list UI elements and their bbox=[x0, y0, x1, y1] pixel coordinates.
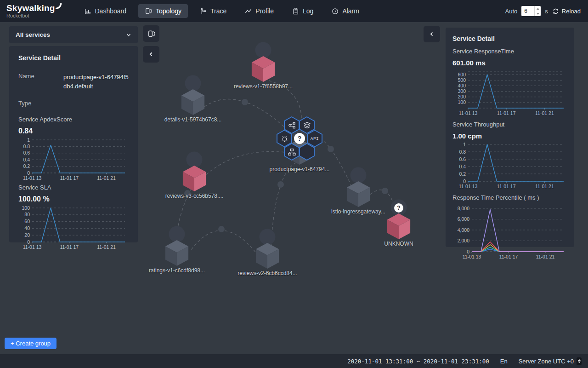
nav-item-alarm[interactable]: Alarm bbox=[325, 4, 366, 18]
name-row: Name productpage-v1-64794f5db4.default bbox=[18, 73, 129, 91]
svg-text:11-01 21: 11-01 21 bbox=[97, 244, 116, 250]
node-cube-icon bbox=[164, 239, 190, 267]
svg-text:1: 1 bbox=[27, 137, 30, 143]
node-cube-icon bbox=[180, 88, 206, 116]
svg-text:0.2: 0.2 bbox=[459, 171, 466, 177]
api-label: API bbox=[311, 136, 319, 141]
percentile-chart: 8,0006,0004,0002,000011-01 1311-01 1711-… bbox=[452, 205, 567, 260]
nav-item-topology[interactable]: Topology bbox=[138, 4, 188, 18]
svg-text:11-01 17: 11-01 17 bbox=[497, 184, 516, 189]
navbar-controls: Auto s Reload bbox=[505, 6, 581, 16]
node-cube-icon bbox=[386, 212, 412, 241]
topology-node-label: reviews-v3-cc56b578.... bbox=[158, 193, 231, 199]
collapse-left-panel-button[interactable] bbox=[143, 46, 159, 63]
svg-text:80: 80 bbox=[24, 212, 30, 217]
nav-label: Log bbox=[303, 7, 313, 15]
server-zone-label: Server Zone UTC +0 bbox=[519, 358, 574, 365]
topology-mode-button[interactable] bbox=[143, 25, 159, 42]
reload-label: Reload bbox=[562, 8, 581, 15]
svg-text:11-01 17: 11-01 17 bbox=[60, 175, 79, 181]
language-switcher[interactable]: En bbox=[500, 358, 508, 365]
svg-text:11-01 21: 11-01 21 bbox=[535, 110, 554, 116]
name-value: productpage-v1-64794f5db4.default bbox=[63, 73, 129, 91]
type-label: Type bbox=[18, 100, 63, 107]
percentile-label: Response Time Percentile ( ms ) bbox=[452, 194, 567, 201]
nav-label: Trace bbox=[210, 7, 226, 15]
chevron-left-icon bbox=[148, 52, 154, 57]
dashboard-icon bbox=[85, 8, 91, 15]
svg-text:1: 1 bbox=[463, 142, 466, 147]
svg-text:11-01 13: 11-01 13 bbox=[463, 254, 481, 259]
nav-item-dashboard[interactable]: Dashboard bbox=[78, 4, 133, 18]
apdex-chart: 10.80.60.40.2011-01 1311-01 1711-01 21 bbox=[18, 136, 129, 181]
reload-icon bbox=[552, 8, 559, 15]
services-dropdown[interactable]: All services bbox=[9, 26, 138, 43]
svg-text:0: 0 bbox=[27, 239, 30, 245]
svg-text:600: 600 bbox=[458, 72, 466, 77]
nav-label: Profile bbox=[255, 7, 274, 15]
response-time-label: Service ResponseTime bbox=[452, 48, 567, 55]
svg-text:8,000: 8,000 bbox=[458, 206, 469, 211]
svg-text:400: 400 bbox=[458, 83, 466, 88]
svg-text:4,000: 4,000 bbox=[458, 227, 469, 233]
logo-subtitle: Rocketbot bbox=[6, 13, 62, 18]
logo-text: Skywalking bbox=[6, 4, 55, 12]
sitemap-icon bbox=[288, 148, 296, 156]
svg-text:11-01 17: 11-01 17 bbox=[499, 254, 518, 259]
node-cube-icon bbox=[254, 242, 280, 270]
time-range-picker[interactable]: 2020-11-01 13:31:00 ~ 2020-11-01 23:31:0… bbox=[347, 358, 489, 365]
node-cube-icon bbox=[181, 164, 207, 193]
svg-text:0: 0 bbox=[463, 178, 466, 184]
svg-text:0.2: 0.2 bbox=[23, 163, 30, 169]
sla-label: Service SLA bbox=[18, 184, 129, 191]
svg-text:11-01 13: 11-01 13 bbox=[23, 244, 42, 250]
chevron-left-icon bbox=[429, 31, 435, 37]
topology-node-label: reviews-v1-7f6558b97... bbox=[226, 83, 300, 90]
interval-spinner[interactable] bbox=[534, 6, 541, 16]
response-time-value: 601.00 ms bbox=[452, 59, 567, 67]
topology-node-label: reviews-v2-6cb6ccd84... bbox=[231, 270, 304, 276]
panel-title: Service Detail bbox=[452, 35, 567, 42]
server-zone-spinner[interactable] bbox=[577, 357, 582, 365]
svg-text:100: 100 bbox=[22, 205, 30, 211]
nav-item-profile[interactable]: Profile bbox=[238, 4, 280, 18]
svg-text:0.4: 0.4 bbox=[23, 157, 30, 162]
throughput-chart: 10.80.60.40.2011-01 1311-01 1711-01 21 bbox=[452, 141, 567, 190]
topology-icon bbox=[145, 7, 152, 15]
node-unknown-badge: ? bbox=[394, 203, 403, 213]
svg-text:100: 100 bbox=[458, 99, 466, 105]
bell-icon bbox=[281, 135, 288, 143]
topology-node-label: UNKNOWN bbox=[362, 241, 435, 247]
svg-text:0.8: 0.8 bbox=[459, 149, 466, 155]
svg-text:11-01 17: 11-01 17 bbox=[60, 244, 79, 250]
apdex-value: 0.84 bbox=[18, 127, 129, 135]
collapse-right-panel-button[interactable] bbox=[424, 26, 440, 42]
topology-icon bbox=[147, 30, 155, 38]
svg-text:11-01 13: 11-01 13 bbox=[459, 110, 478, 116]
svg-text:200: 200 bbox=[458, 94, 466, 99]
auto-interval-value[interactable] bbox=[521, 6, 534, 16]
svg-text:0: 0 bbox=[27, 170, 30, 176]
nav-label: Topology bbox=[156, 7, 181, 15]
selected-node-logo[interactable]: ? bbox=[294, 133, 305, 144]
svg-text:6,000: 6,000 bbox=[458, 216, 469, 222]
footer-bar: 2020-11-01 13:31:00 ~ 2020-11-01 23:31:0… bbox=[0, 354, 588, 368]
auto-interval-input[interactable] bbox=[521, 6, 541, 16]
reload-button[interactable]: Reload bbox=[552, 8, 581, 15]
profile-icon bbox=[245, 8, 252, 15]
nav-label: Dashboard bbox=[95, 7, 127, 15]
log-icon bbox=[292, 8, 299, 15]
nav-item-trace[interactable]: Trace bbox=[193, 4, 233, 18]
alarm-icon bbox=[332, 8, 339, 15]
name-label: Name bbox=[18, 73, 63, 91]
logo-swoosh-icon bbox=[56, 3, 62, 9]
svg-text:11-01 21: 11-01 21 bbox=[97, 175, 116, 181]
chevron-down-icon bbox=[126, 32, 131, 38]
create-group-button[interactable]: + Create group bbox=[5, 338, 57, 349]
sla-chart: 10080604020011-01 1311-01 1711-01 21 bbox=[18, 204, 129, 250]
nav-label: Alarm bbox=[342, 7, 359, 15]
nav-item-log[interactable]: Log bbox=[286, 4, 320, 18]
svg-text:11-01 21: 11-01 21 bbox=[536, 254, 555, 259]
server-zone: Server Zone UTC +0 bbox=[519, 357, 582, 365]
sla-value: 100.00 % bbox=[18, 195, 129, 203]
